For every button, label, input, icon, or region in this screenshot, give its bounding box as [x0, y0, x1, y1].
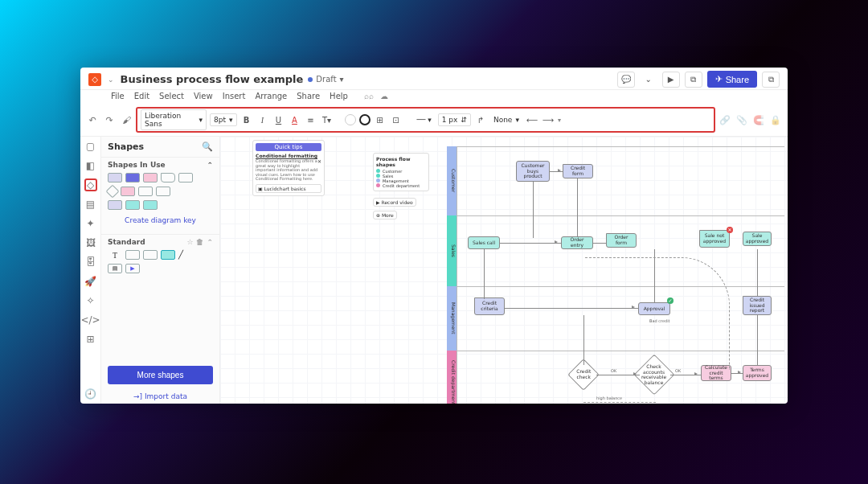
lock-icon[interactable]: 🔒	[768, 113, 783, 127]
doc-title[interactable]: Business process flow example	[121, 73, 304, 85]
menu-insert[interactable]: Insert	[223, 92, 246, 100]
text-color-button[interactable]: A	[289, 113, 301, 126]
rail-layers[interactable]: ▤	[84, 198, 97, 211]
collapse-icon[interactable]: ⌃	[207, 238, 213, 246]
doc-status[interactable]: Draft ▾	[308, 75, 343, 84]
logo-chevron-icon[interactable]: ⌄	[108, 76, 114, 84]
shape[interactable]	[121, 187, 135, 196]
play-shape[interactable]: ▶	[125, 264, 140, 273]
node-terms-approved[interactable]: Terms approved	[743, 365, 772, 381]
align-button[interactable]: ≡	[305, 113, 317, 126]
menu-select[interactable]: Select	[159, 92, 184, 100]
node-check-balance[interactable]: Check accounts receivable balance	[634, 355, 675, 396]
node-approval[interactable]: Approval	[638, 302, 670, 315]
present-button[interactable]: ▶	[662, 72, 680, 88]
node-credit-form[interactable]: Credit form	[563, 164, 593, 178]
line-end-none[interactable]: None ▾	[490, 114, 522, 125]
app-logo[interactable]: ◇	[88, 73, 101, 86]
stroke-color[interactable]	[359, 114, 371, 125]
lane-management[interactable]: Management	[447, 286, 457, 351]
cloud-icon[interactable]: ☁	[380, 92, 388, 100]
rail-plus[interactable]: ✧	[84, 294, 97, 307]
record-video-btn[interactable]: ▶ Record video	[373, 198, 416, 207]
underline-button[interactable]: U	[272, 113, 285, 126]
line-tool[interactable]: ╱	[178, 250, 193, 260]
canvas[interactable]: Quick tips Conditional formatting ✕ Cond…	[220, 137, 788, 404]
menu-arrange[interactable]: Arrange	[255, 92, 287, 100]
shape[interactable]	[156, 187, 170, 196]
rail-code[interactable]: </>	[84, 314, 97, 326]
node-sale-not[interactable]: Sale not approved	[699, 230, 730, 248]
menu-edit[interactable]: Edit	[134, 92, 149, 100]
legend-card[interactable]: Process flow shapes Customer Sales Manag…	[373, 153, 429, 191]
italic-button[interactable]: I	[256, 113, 269, 126]
comment-button[interactable]: 💬	[617, 72, 635, 88]
undo-icon[interactable]: ↶	[85, 113, 100, 127]
node-credit-report[interactable]: Credit issued report	[743, 296, 772, 315]
stroke-width[interactable]: 1 px ⇵	[438, 113, 471, 126]
import-data-link[interactable]: →] Import data	[101, 392, 219, 400]
shape[interactable]	[161, 173, 175, 183]
line-type[interactable]: ── ▾	[414, 114, 435, 125]
text-tool[interactable]: T	[108, 250, 122, 260]
create-key-link[interactable]: Create diagram key	[108, 216, 213, 224]
node-order-entry[interactable]: Order entry	[561, 236, 593, 249]
rail-shapes[interactable]: ◇	[84, 178, 97, 191]
node-calc-terms[interactable]: Calculate credit terms	[701, 365, 731, 381]
menu-file[interactable]: File	[111, 92, 125, 100]
arrow-start-icon[interactable]: ⟵	[526, 113, 538, 126]
chevron-down-icon[interactable]: ⌄	[640, 72, 657, 88]
attach-icon[interactable]: 📎	[735, 113, 749, 127]
search-icon[interactable]: 🔍	[202, 142, 213, 152]
more-btn[interactable]: ⊕ More	[373, 211, 397, 219]
rail-image[interactable]: 🖼	[84, 236, 97, 249]
shape[interactable]	[125, 173, 140, 183]
quick-tips-card[interactable]: Quick tips Conditional formatting ✕ Cond…	[252, 140, 325, 196]
format-paint-icon[interactable]: 🖌	[119, 113, 133, 127]
link-button[interactable]: ⧉	[762, 72, 780, 88]
lane-credit[interactable]: Credit department	[447, 351, 457, 404]
shape-opts2-icon[interactable]: ⊡	[390, 113, 403, 126]
rail-pages[interactable]: ▢	[84, 140, 97, 153]
more-shapes-button[interactable]: More shapes	[108, 366, 213, 384]
rail-puzzle[interactable]: ⊞	[84, 333, 97, 346]
font-select[interactable]: Liberation Sans▾	[141, 109, 207, 130]
lane-sales[interactable]: Sales	[447, 215, 457, 286]
menu-share[interactable]: Share	[297, 92, 320, 100]
section-in-use[interactable]: Shapes In Use	[108, 161, 166, 169]
collapse-icon[interactable]: ⌃	[207, 161, 213, 169]
shape[interactable]	[106, 185, 120, 199]
bold-button[interactable]: B	[240, 113, 253, 126]
fill-color[interactable]	[345, 114, 356, 125]
menu-view[interactable]: View	[194, 92, 213, 100]
rail-rocket[interactable]: 🚀	[84, 275, 97, 288]
size-select[interactable]: 8pt▾	[210, 113, 237, 126]
shape[interactable]	[161, 250, 175, 260]
list-shape[interactable]: ▤	[108, 264, 122, 273]
node-sale-app[interactable]: Sale approved	[743, 232, 772, 246]
node-credit-criteria[interactable]: Credit criteria	[474, 297, 505, 315]
star-icon[interactable]: ☆	[186, 238, 193, 246]
shape[interactable]	[108, 173, 122, 183]
shape[interactable]	[143, 250, 158, 260]
arrow-end-icon[interactable]: ⟶	[542, 113, 555, 126]
magnet-icon[interactable]: 🧲	[751, 113, 766, 127]
share-button[interactable]: ✈ Share	[707, 71, 757, 88]
redo-icon[interactable]: ↷	[102, 113, 117, 127]
lane-customer[interactable]: Customer	[447, 146, 457, 215]
text-size-button[interactable]: T▾	[321, 113, 334, 126]
shape[interactable]	[108, 200, 122, 210]
video-button[interactable]: ⧉	[685, 72, 702, 88]
connector-style-icon[interactable]: ↱	[474, 113, 487, 126]
trash-icon[interactable]: 🗑	[196, 238, 203, 246]
node-sales-call[interactable]: Sales call	[468, 236, 500, 249]
node-customer-buys[interactable]: Customer buys product	[516, 161, 550, 182]
link-tool-icon[interactable]: 🔗	[718, 113, 732, 127]
shape-opts-icon[interactable]: ⊞	[374, 113, 387, 126]
rail-history[interactable]: 🕘	[84, 388, 97, 400]
rail-magic[interactable]: ✦	[84, 217, 97, 230]
rail-container[interactable]: ◧	[84, 159, 97, 172]
section-standard[interactable]: Standard	[108, 238, 145, 246]
shape[interactable]	[138, 187, 153, 196]
find-icon[interactable]: ⌕⌕	[364, 92, 374, 100]
